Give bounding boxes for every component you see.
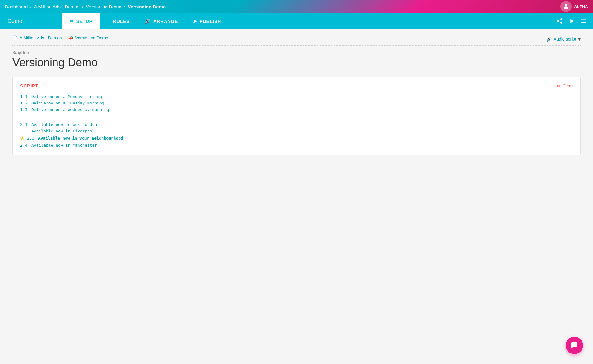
clear-button[interactable]: ✏ Clear <box>557 83 573 88</box>
script-item-2-1[interactable]: 2.1 Available now across London <box>20 121 573 128</box>
breadcrumb-sep-2: › <box>82 4 84 9</box>
item-text-2-1: Available now across London <box>31 122 97 127</box>
script-header: Script ✏ Clear <box>20 83 573 88</box>
tab-setup-label: SETUP <box>76 19 93 24</box>
item-number-1-3: 1.3 <box>20 107 28 112</box>
tab-rules[interactable]: ≡ RULES <box>100 13 137 29</box>
fab-button[interactable] <box>566 337 583 354</box>
star-icon-2-3: ★ <box>20 135 25 141</box>
breadcrumb-dashboard[interactable]: Dashboard <box>5 4 28 9</box>
share-button[interactable] <box>556 18 563 24</box>
script-item-1-1[interactable]: 1.1 Deliveroo on a Monday morning <box>20 93 573 100</box>
script-item-2-3[interactable]: ★ 2.3 Available now in your neighbourhoo… <box>20 134 573 142</box>
pencil-icon: ✏ <box>557 83 561 88</box>
breadcrumb-versioning-demo-2: Versioning Demo <box>128 4 166 9</box>
content-top-row: 📄 A Million Ads - Demos › 📣 Versioning D… <box>12 35 581 43</box>
tab-publish-label: PUBLISH <box>200 19 221 24</box>
item-number-2-2: 2.2 <box>20 129 28 133</box>
breadcrumb-sep-1: › <box>30 4 32 9</box>
script-section: Script ✏ Clear 1.1 Deliveroo on a Monday… <box>12 77 581 155</box>
audio-script-label: Audio script <box>554 37 576 42</box>
nav-tabs: ✏ SETUP ≡ RULES 🔊 ARRANGE ➤ PUBLISH <box>62 13 550 29</box>
publish-icon: ➤ <box>193 18 197 24</box>
tab-arrange-label: ARRANGE <box>153 19 178 24</box>
tab-setup[interactable]: ✏ SETUP <box>62 13 100 29</box>
speaker-icon: 🔊 <box>546 37 552 42</box>
audio-script-toggle[interactable]: 🔊 Audio script ▾ <box>546 36 581 42</box>
breadcrumb-items: Dashboard › A Million Ads - Demos › Vers… <box>5 4 560 9</box>
clear-label: Clear <box>563 83 573 88</box>
breadcrumb-bar: Dashboard › A Million Ads - Demos › Vers… <box>0 0 593 13</box>
group-divider <box>20 118 573 118</box>
setup-icon: ✏ <box>70 18 74 24</box>
nav-right-icons <box>550 18 593 24</box>
content-breadcrumb: 📄 A Million Ads - Demos › 📣 Versioning D… <box>12 35 108 40</box>
rules-icon: ≡ <box>107 18 111 24</box>
top-divider <box>12 45 581 46</box>
script-item-2-2[interactable]: 2.2 Available now in Liverpool <box>20 128 573 134</box>
script-item-2-4[interactable]: 2.4 Available now in Manchester <box>20 142 573 149</box>
script-section-label: Script <box>20 83 38 88</box>
item-text-2-3: Available now in your neighbourhood <box>38 136 123 140</box>
content-crumb-sep: › <box>64 36 66 40</box>
item-text-1-3: Deliveroo on a Wednesday morning <box>31 107 109 112</box>
demo-label: Demo <box>0 18 62 24</box>
script-title: Versioning Demo <box>12 56 581 69</box>
item-number-2-4: 2.4 <box>20 143 28 148</box>
tab-rules-label: RULES <box>113 19 129 24</box>
item-number-2-3: 2.3 <box>27 136 34 140</box>
script-group-2: 2.1 Available now across London 2.2 Avai… <box>20 121 573 149</box>
tab-arrange[interactable]: 🔊 ARRANGE <box>137 13 185 29</box>
content-crumb-parent-label: A Million Ads - Demos <box>20 35 62 40</box>
content-crumb-parent[interactable]: 📄 A Million Ads - Demos <box>12 35 62 40</box>
script-group-1: 1.1 Deliveroo on a Monday morning 1.2 De… <box>20 93 573 113</box>
script-item-1-3[interactable]: 1.3 Deliveroo on a Wednesday morning <box>20 106 573 113</box>
arrange-icon: 🔊 <box>144 18 151 24</box>
alpha-badge: ALPHA <box>574 4 588 9</box>
breadcrumb-versioning-demo-1[interactable]: Versioning Demo <box>86 4 121 9</box>
tab-publish[interactable]: ➤ PUBLISH <box>185 13 229 29</box>
script-title-label: Script title <box>12 51 581 55</box>
item-text-2-2: Available now in Liverpool <box>31 129 95 133</box>
item-number-2-1: 2.1 <box>20 122 28 127</box>
main-content: 📄 A Million Ads - Demos › 📣 Versioning D… <box>0 29 593 364</box>
content-crumb-current[interactable]: 📣 Versioning Demo <box>68 35 108 40</box>
item-number-1-2: 1.2 <box>20 101 28 105</box>
script-item-1-2[interactable]: 1.2 Deliveroo on a Tuesday morning <box>20 100 573 106</box>
content-crumb-current-label: Versioning Demo <box>75 35 108 40</box>
breadcrumb-million-ads[interactable]: A Million Ads - Demos <box>34 4 79 9</box>
play-button[interactable] <box>568 18 575 24</box>
nav-bar: Demo ✏ SETUP ≡ RULES 🔊 ARRANGE ➤ PUBLISH <box>0 13 593 29</box>
page-icon: 📄 <box>12 35 18 40</box>
item-text-1-1: Deliveroo on a Monday morning <box>31 94 102 99</box>
item-text-2-4: Available now in Manchester <box>31 143 97 148</box>
user-avatar[interactable] <box>560 1 572 12</box>
menu-button[interactable] <box>580 18 587 24</box>
breadcrumb-sep-3: › <box>124 4 125 9</box>
item-number-1-1: 1.1 <box>20 94 28 99</box>
chevron-down-icon: ▾ <box>578 36 581 42</box>
item-text-1-2: Deliveroo on a Tuesday morning <box>31 101 104 105</box>
megaphone-icon: 📣 <box>68 35 73 40</box>
